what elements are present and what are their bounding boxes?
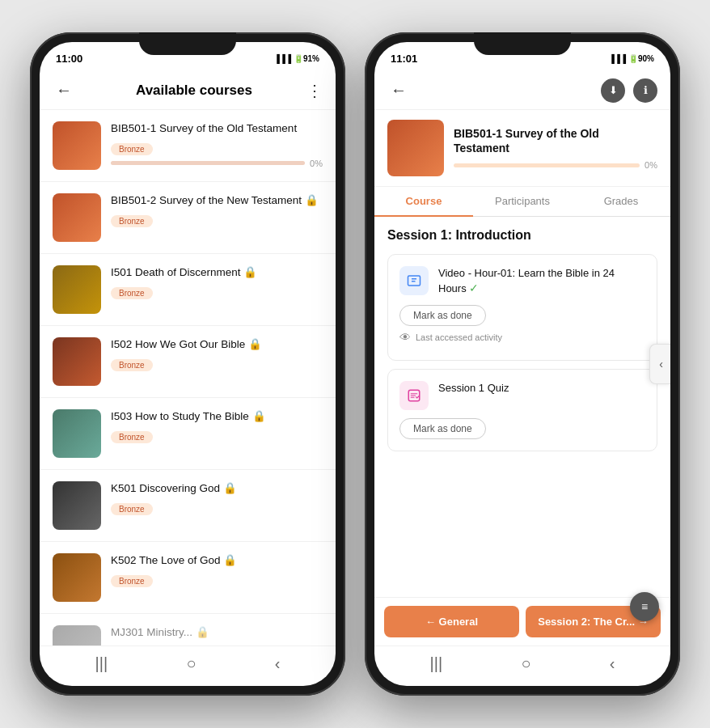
course-info-i502: I502 How We Got Our Bible 🔒 Bronze [111, 337, 323, 371]
detail-progress-bar [454, 163, 640, 167]
course-thumb-k501 [53, 481, 101, 530]
course-title-k501: K501 Discovering God 🔒 [111, 481, 323, 496]
course-item-bib501-2[interactable]: BIB501-2 Survey of the New Testament 🔒 B… [40, 182, 336, 254]
badge-k501: Bronze [111, 503, 153, 515]
course-info-partial: MJ301 Ministry... 🔒 [111, 625, 323, 645]
course-item-k501[interactable]: K501 Discovering God 🔒 Bronze [40, 470, 336, 542]
progress-bar-bib501-1 [111, 161, 305, 165]
phone-2: 11:01 ▐▐▐ 🔋90% ← ⬇ ℹ BIB501-1 Survey of … [365, 32, 680, 696]
back-button-1[interactable]: ← [53, 78, 75, 103]
course-info-k501: K501 Discovering God 🔒 Bronze [111, 481, 323, 515]
badge-bib501-2: Bronze [111, 215, 153, 227]
status-icons-1: ▐▐▐ 🔋91% [274, 54, 319, 63]
course-title-i501: I501 Death of Discernment 🔒 [111, 265, 323, 280]
fab-menu-button[interactable]: ≡ [630, 592, 659, 621]
battery-icon: 🔋91% [294, 54, 319, 63]
course-detail-header: BIB501-1 Survey of the Old Testament 0% [374, 110, 670, 187]
mark-done-video-button[interactable]: Mark as done [399, 305, 486, 326]
eye-icon: 👁 [399, 331, 411, 344]
course-tabs: Course Participants Grades [374, 187, 670, 217]
course-title-bib501-2: BIB501-2 Survey of the New Testament 🔒 [111, 193, 323, 208]
check-icon: ✓ [469, 281, 479, 294]
tab-course[interactable]: Course [374, 187, 473, 217]
progress-text-bib501-1: 0% [310, 159, 323, 168]
session-content: Session 1: Introduction Video - Hour-01:… [374, 217, 670, 597]
signal-icon-2: ▐▐▐ [609, 54, 626, 63]
status-icons-2: ▐▐▐ 🔋90% [609, 54, 654, 63]
bottom-nav-1: ||| ○ ‹ [40, 645, 336, 686]
battery-icon-2: 🔋90% [628, 54, 654, 63]
course-item-i503[interactable]: I503 How to Study The Bible 🔒 Bronze [40, 398, 336, 470]
nav-back-2[interactable]: ‹ [610, 654, 615, 673]
course-detail-title: BIB501-1 Survey of the Old Testament [454, 126, 657, 155]
course-thumb-partial [53, 625, 101, 645]
activity-video-header: Video - Hour-01: Learn the Bible in 24 H… [399, 266, 645, 297]
detail-progress-text: 0% [644, 160, 657, 170]
course-title-partial: MJ301 Ministry... 🔒 [111, 625, 323, 640]
course-title-bib501-1: BIB501-1 Survey of the Old Testament [111, 121, 323, 136]
activity-video-card: Video - Hour-01: Learn the Bible in 24 H… [387, 254, 657, 361]
app-header-2: ← ⬇ ℹ [374, 71, 670, 110]
course-item-i502[interactable]: I502 How We Got Our Bible 🔒 Bronze [40, 326, 336, 398]
info-icon[interactable]: ℹ [633, 78, 657, 103]
nav-back-1[interactable]: ‹ [275, 654, 281, 673]
course-thumb-bib501-1 [53, 121, 101, 170]
bottom-actions: ← General Session 2: The Cr... → [374, 597, 670, 645]
course-info-i501: I501 Death of Discernment 🔒 Bronze [111, 265, 323, 299]
activity-quiz-header: Session 1 Quiz [399, 381, 645, 410]
course-thumb-i501 [53, 265, 101, 314]
badge-i503: Bronze [111, 431, 153, 443]
thumb-texture-bib501-1 [53, 121, 101, 170]
btn-general[interactable]: ← General [384, 606, 519, 637]
video-activity-icon [399, 266, 429, 295]
more-menu-button[interactable]: ⋮ [306, 81, 323, 100]
side-chevron[interactable]: ‹ [649, 344, 670, 384]
last-accessed-indicator: 👁 Last accessed activity [399, 326, 645, 349]
course-list: BIB501-1 Survey of the Old Testament Bro… [40, 110, 336, 645]
nav-menu-2[interactable]: ||| [430, 654, 443, 673]
course-thumb-i502 [53, 337, 101, 386]
course-title-k502: K502 The Love of God 🔒 [111, 553, 323, 568]
notch-spacer-1 [146, 57, 210, 63]
signal-icon: ▐▐▐ [274, 54, 291, 63]
course-item-k502[interactable]: K502 The Love of God 🔒 Bronze [40, 542, 336, 614]
course-title-i502: I502 How We Got Our Bible 🔒 [111, 337, 323, 352]
course-detail-thumb [387, 120, 444, 176]
course-info-bib501-1: BIB501-1 Survey of the Old Testament Bro… [111, 121, 323, 168]
mark-done-quiz-button[interactable]: Mark as done [399, 418, 486, 439]
notch-1 [139, 32, 236, 55]
back-button-2[interactable]: ← [387, 78, 410, 103]
course-detail-info: BIB501-1 Survey of the Old Testament 0% [454, 126, 657, 170]
app-header-1: ← Available courses ⋮ [40, 71, 336, 110]
course-item-i501[interactable]: I501 Death of Discernment 🔒 Bronze [40, 254, 336, 326]
nav-menu-1[interactable]: ||| [95, 654, 108, 673]
course-info-i503: I503 How to Study The Bible 🔒 Bronze [111, 409, 323, 443]
phone-1: 11:00 ▐▐▐ 🔋91% ← Available courses ⋮ BIB… [30, 32, 345, 696]
notch-2 [474, 32, 571, 55]
course-info-bib501-2: BIB501-2 Survey of the New Testament 🔒 B… [111, 193, 323, 227]
tab-participants[interactable]: Participants [473, 187, 572, 217]
tab-grades[interactable]: Grades [572, 187, 670, 217]
nav-home-1[interactable]: ○ [186, 654, 196, 673]
detail-progress-row: 0% [454, 160, 657, 170]
activity-quiz-card: Session 1 Quiz Mark as done [387, 369, 657, 451]
progress-row-bib501-1: 0% [111, 159, 323, 168]
course-title-i503: I503 How to Study The Bible 🔒 [111, 409, 323, 424]
course-item-partial[interactable]: MJ301 Ministry... 🔒 [40, 614, 336, 645]
notch-spacer-2 [480, 55, 545, 61]
badge-k502: Bronze [111, 575, 153, 587]
download-icon[interactable]: ⬇ [601, 78, 625, 103]
session-title: Session 1: Introduction [387, 228, 657, 243]
page-title-1: Available courses [82, 83, 306, 99]
course-item-bib501-1[interactable]: BIB501-1 Survey of the Old Testament Bro… [40, 110, 336, 182]
course-thumb-k502 [53, 553, 101, 602]
last-accessed-text: Last accessed activity [416, 332, 502, 342]
status-time-2: 11:01 [391, 53, 417, 65]
video-activity-title: Video - Hour-01: Learn the Bible in 24 H… [438, 266, 645, 297]
nav-home-2[interactable]: ○ [521, 654, 530, 673]
bottom-nav-2: ||| ○ ‹ [374, 645, 670, 686]
course-info-k502: K502 The Love of God 🔒 Bronze [111, 553, 323, 587]
badge-bib501-1: Bronze [111, 143, 153, 155]
session-section: Session 1: Introduction Video - Hour-01:… [374, 217, 670, 471]
course-thumb-bib501-2 [53, 193, 101, 242]
